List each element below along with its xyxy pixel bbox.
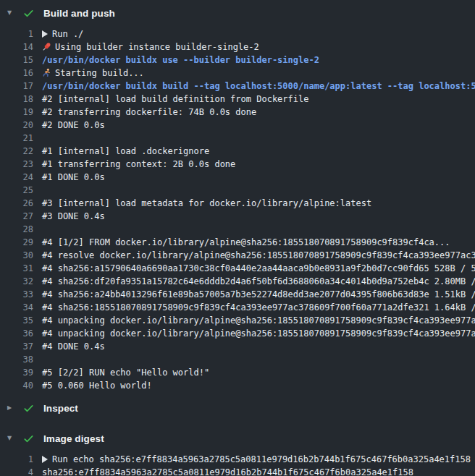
log-line: 32#4 sha256:df20fa9351a15782c64e6dddb2d4… <box>0 275 475 288</box>
log-line: 14Using builder instance builder-single-… <box>0 41 475 54</box>
log-text: #4 [1/2] FROM docker.io/library/alpine@s… <box>42 236 450 249</box>
line-number[interactable]: 19 <box>0 106 33 119</box>
line-number[interactable]: 37 <box>0 340 33 353</box>
log-text: #4 sha256:df20fa9351a15782c64e6dddb2d4a6… <box>42 275 475 288</box>
line-number[interactable]: 15 <box>0 54 33 67</box>
log-line: 29#4 [1/2] FROM docker.io/library/alpine… <box>0 236 475 249</box>
log-line: 33#4 sha256:a24bb4013296f61e89ba57005a7b… <box>0 288 475 301</box>
log-text: Using builder instance builder-single-2 <box>42 41 259 54</box>
line-number[interactable]: 22 <box>0 145 33 158</box>
log-line: 1Run echo sha256:e7ff8834a5963a2785c5a08… <box>0 453 475 466</box>
log-line: 23#1 transferring context: 2B 0.0s done <box>0 158 475 171</box>
log-text: #4 resolve docker.io/library/alpine@sha2… <box>42 249 475 262</box>
log-line: 35#4 unpacking docker.io/library/alpine@… <box>0 314 475 327</box>
log-line: 19#2 transferring dockerfile: 74B 0.0s d… <box>0 106 475 119</box>
step-header-build-and-push[interactable]: ▼▶ Build and push <box>0 0 475 26</box>
log-text: #5 [2/2] RUN echo "Hello world!" <box>42 366 209 379</box>
log-text: /usr/bin/docker buildx use --builder bui… <box>42 54 319 67</box>
step-title: Build and push <box>43 8 115 19</box>
line-number[interactable]: 14 <box>0 41 33 54</box>
line-number[interactable]: 32 <box>0 275 33 288</box>
chevron-down-icon[interactable]: ▼▶ <box>7 0 17 26</box>
line-number[interactable]: 16 <box>0 67 33 80</box>
log-line: 22#1 [internal] load .dockerignore <box>0 145 475 158</box>
line-number[interactable]: 28 <box>0 223 33 236</box>
log-text: #3 [internal] load metadata for docker.i… <box>42 197 371 210</box>
chevron-down-icon[interactable]: ▼▶ <box>7 425 17 451</box>
log-line: 30#4 resolve docker.io/library/alpine@sh… <box>0 249 475 262</box>
log-text: /usr/bin/docker buildx build --tag local… <box>42 80 475 93</box>
success-check-icon <box>23 8 34 19</box>
step-title: Image digest <box>43 433 104 444</box>
log-text: Run ./ <box>42 27 83 41</box>
log-line: 40#5 0.060 Hello world! <box>0 379 475 392</box>
log-line: 21 <box>0 132 475 145</box>
line-number[interactable]: 23 <box>0 158 33 171</box>
line-number[interactable]: 26 <box>0 197 33 210</box>
line-number[interactable]: 35 <box>0 314 33 327</box>
step-title: Inspect <box>43 403 78 414</box>
log-line: 31#4 sha256:a15790640a6690aa1730c38cf0a4… <box>0 262 475 275</box>
log-text: #3 DONE 0.4s <box>42 210 105 223</box>
log-line: 37#4 DONE 0.4s <box>0 340 475 353</box>
line-number[interactable]: 40 <box>0 379 33 392</box>
line-number[interactable]: 29 <box>0 236 33 249</box>
log-line: 4sha256:e7ff8834a5963a2785c5a0811e979d16… <box>0 466 475 476</box>
step-section-inspect: ▼▶ Inspect <box>0 395 475 425</box>
log-line: 20#2 DONE 0.0s <box>0 119 475 132</box>
line-number[interactable]: 39 <box>0 366 33 379</box>
run-toggle-play-icon[interactable] <box>42 454 48 467</box>
log-line: 28 <box>0 223 475 236</box>
log-line: 15/usr/bin/docker buildx use --builder b… <box>0 54 475 67</box>
log-line: 36#4 unpacking docker.io/library/alpine@… <box>0 327 475 340</box>
step-section-build-and-push: ▼▶ Build and push 1Run ./14Using builder… <box>0 0 475 395</box>
line-number[interactable]: 38 <box>0 353 33 366</box>
line-number[interactable]: 20 <box>0 119 33 132</box>
log-text: #2 transferring dockerfile: 74B 0.0s don… <box>42 106 256 119</box>
log-text: #4 sha256:185518070891758909c9f839cf4ca3… <box>42 301 475 314</box>
success-check-icon <box>23 433 34 444</box>
log-line: 17/usr/bin/docker buildx build --tag loc… <box>0 80 475 93</box>
run-toggle-play-icon[interactable] <box>42 28 48 41</box>
log-text: #1 [internal] load .dockerignore <box>42 145 209 158</box>
log-text: #1 transferring context: 2B 0.0s done <box>42 158 235 171</box>
line-number[interactable]: 24 <box>0 171 33 184</box>
line-number[interactable]: 21 <box>0 132 33 145</box>
log-line: 24#1 DONE 0.0s <box>0 171 475 184</box>
log-line: 1Run ./ <box>0 27 475 41</box>
line-number[interactable]: 34 <box>0 301 33 314</box>
line-number[interactable]: 4 <box>0 466 33 476</box>
log-text: Run echo sha256:e7ff8834a5963a2785c5a081… <box>42 453 471 466</box>
line-number[interactable]: 25 <box>0 184 33 197</box>
log-text: sha256:e7ff8834a5963a2785c5a0811e979d16b… <box>42 466 413 476</box>
log-text: #4 DONE 0.4s <box>42 340 105 353</box>
log-text: #4 sha256:a24bb4013296f61e89ba57005a7b3e… <box>42 288 475 301</box>
line-number[interactable]: 18 <box>0 93 33 106</box>
step-log-image-digest: 1Run echo sha256:e7ff8834a5963a2785c5a08… <box>0 451 475 476</box>
line-number[interactable]: 36 <box>0 327 33 340</box>
chevron-right-icon[interactable]: ▼▶ <box>7 395 17 421</box>
log-text: #4 sha256:a15790640a6690aa1730c38cf0a440… <box>42 262 475 275</box>
log-text: #5 0.060 Hello world! <box>42 379 152 392</box>
log-line: 39#5 [2/2] RUN echo "Hello world!" <box>0 366 475 379</box>
line-number[interactable]: 27 <box>0 210 33 223</box>
log-line: 18#2 [internal] load build definition fr… <box>0 93 475 106</box>
step-header-inspect[interactable]: ▼▶ Inspect <box>0 395 475 421</box>
line-number[interactable]: 1 <box>0 27 33 41</box>
log-line: 26#3 [internal] load metadata for docker… <box>0 197 475 210</box>
log-line: 27#3 DONE 0.4s <box>0 210 475 223</box>
step-header-image-digest[interactable]: ▼▶ Image digest <box>0 425 475 451</box>
step-section-image-digest: ▼▶ Image digest 1Run echo sha256:e7ff883… <box>0 425 475 476</box>
log-line: 16Starting build... <box>0 67 475 80</box>
line-number[interactable]: 30 <box>0 249 33 262</box>
line-number[interactable]: 31 <box>0 262 33 275</box>
success-check-icon <box>23 403 34 414</box>
log-text: Starting build... <box>42 67 144 80</box>
line-number[interactable]: 1 <box>0 453 33 466</box>
line-number[interactable]: 17 <box>0 80 33 93</box>
line-number[interactable]: 33 <box>0 288 33 301</box>
log-text: #4 unpacking docker.io/library/alpine@sh… <box>42 314 475 327</box>
log-text: #1 DONE 0.0s <box>42 171 105 184</box>
log-line: 34#4 sha256:185518070891758909c9f839cf4c… <box>0 301 475 314</box>
log-line: 38 <box>0 353 475 366</box>
